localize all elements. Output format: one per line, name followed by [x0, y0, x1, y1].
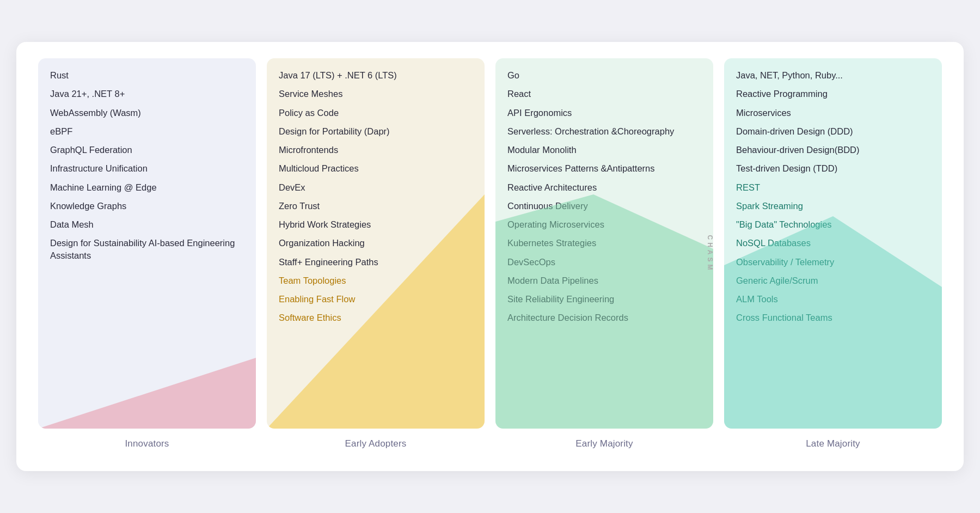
list-item: Java 21+, .NET 8+ [50, 88, 244, 100]
svg-marker-3 [724, 216, 942, 429]
chasm-label: CHASM [706, 235, 714, 273]
innovators-items: Rust Java 21+, .NET 8+ WebAssembly (Wasm… [50, 69, 244, 261]
early-majority-inner: Go React API Ergonomics Serverless: Orch… [495, 58, 713, 429]
list-item: GraphQL Federation [50, 144, 244, 156]
early-majority-label: Early Majority [495, 438, 713, 449]
list-item: eBPF [50, 125, 244, 137]
column-innovators: Rust Java 21+, .NET 8+ WebAssembly (Wasm… [33, 58, 261, 449]
innovators-inner: Rust Java 21+, .NET 8+ WebAssembly (Wasm… [38, 58, 256, 429]
innovators-label: Innovators [38, 438, 256, 449]
list-item: Infrastructure Unification [50, 162, 244, 174]
pink-shape [38, 358, 256, 429]
list-item: Design for Sustainability AI-based Engin… [50, 237, 244, 261]
column-early-adopters: Java 17 (LTS) + .NET 6 (LTS) Service Mes… [261, 58, 490, 449]
svg-marker-1 [267, 194, 485, 429]
list-item: Knowledge Graphs [50, 200, 244, 212]
late-majority-inner: Java, NET, Python, Ruby... Reactive Prog… [724, 58, 942, 429]
teal-shape [724, 58, 942, 429]
yellow-shape [267, 58, 485, 429]
svg-marker-2 [495, 194, 713, 429]
list-item: Data Mesh [50, 218, 244, 230]
early-adopters-label: Early Adopters [267, 438, 485, 449]
column-early-majority: Go React API Ergonomics Serverless: Orch… [490, 58, 719, 449]
columns-wrapper: Rust Java 21+, .NET 8+ WebAssembly (Wasm… [33, 58, 947, 449]
early-adopters-inner: Java 17 (LTS) + .NET 6 (LTS) Service Mes… [267, 58, 485, 429]
list-item: WebAssembly (Wasm) [50, 107, 244, 119]
list-item: Rust [50, 69, 244, 81]
svg-marker-0 [38, 358, 256, 429]
column-late-majority: Java, NET, Python, Ruby... Reactive Prog… [719, 58, 947, 449]
late-majority-label: Late Majority [724, 438, 942, 449]
list-item: Machine Learning @ Edge [50, 181, 244, 193]
green-shape [495, 58, 713, 429]
main-card: Rust Java 21+, .NET 8+ WebAssembly (Wasm… [16, 42, 964, 471]
